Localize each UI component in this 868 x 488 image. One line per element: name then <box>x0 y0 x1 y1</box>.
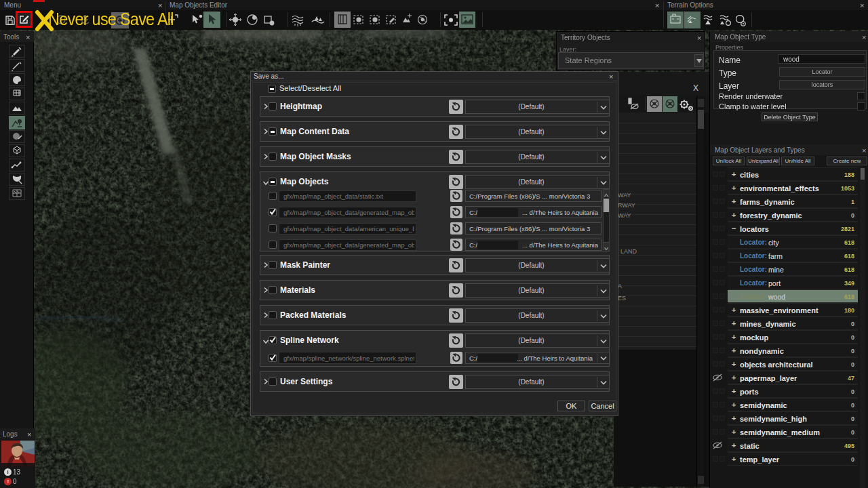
svg-text:WAY: WAY <box>618 212 631 219</box>
svg-text:LAND: LAND <box>620 248 637 255</box>
svg-text:WAY: WAY <box>618 192 631 199</box>
svg-text:RWAY: RWAY <box>618 202 635 209</box>
svg-text:ES: ES <box>618 295 626 302</box>
